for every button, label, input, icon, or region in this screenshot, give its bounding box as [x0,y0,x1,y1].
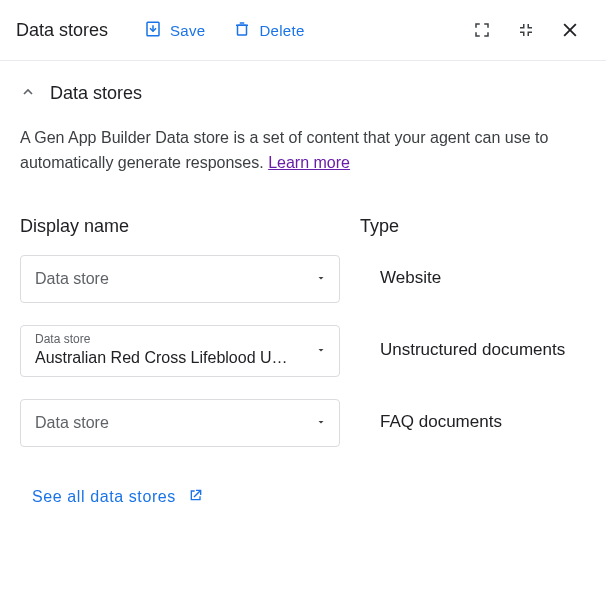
select-placeholder: Data store [35,414,109,432]
display-name-heading: Display name [20,216,129,236]
select-value: Australian Red Cross Lifeblood U… [35,349,299,367]
panel-title: Data stores [16,20,108,41]
save-button-label: Save [170,22,205,39]
select-floating-label: Data store [35,332,90,346]
type-heading: Type [360,216,399,236]
data-store-select[interactable]: Data store [20,399,340,447]
section-description: A Gen App Builder Data store is a set of… [0,110,606,188]
svg-rect-1 [238,25,247,35]
type-label: Unstructured documents [360,339,586,362]
learn-more-link[interactable]: Learn more [268,154,350,171]
data-store-row: Data store Website [20,255,586,303]
see-all-link[interactable]: See all data stores [32,487,204,507]
section-header[interactable]: Data stores [0,61,606,110]
caret-down-icon [315,271,327,287]
section-title: Data stores [50,83,142,104]
chevron-up-icon [20,84,36,103]
panel-header: Data stores Save Delete [0,0,606,61]
data-store-rows: Data store Website Data store Australian… [0,255,606,447]
caret-down-icon [315,415,327,431]
delete-button-label: Delete [259,22,304,39]
save-button[interactable]: Save [134,14,215,47]
data-store-select[interactable]: Data store [20,255,340,303]
trash-icon [233,20,251,41]
type-label: Website [360,267,586,290]
type-label: FAQ documents [360,411,586,434]
see-all-label: See all data stores [32,488,176,506]
fullscreen-icon[interactable] [464,12,500,48]
column-headers: Display name Type [0,188,606,255]
caret-down-icon [315,343,327,359]
external-link-icon [188,487,204,507]
exit-fullscreen-icon[interactable] [508,12,544,48]
data-store-select[interactable]: Data store Australian Red Cross Lifebloo… [20,325,340,377]
data-store-row: Data store FAQ documents [20,399,586,447]
save-icon [144,20,162,41]
close-icon[interactable] [552,12,588,48]
footer: See all data stores [0,469,606,525]
delete-button[interactable]: Delete [223,14,314,47]
data-store-row: Data store Australian Red Cross Lifebloo… [20,325,586,377]
select-placeholder: Data store [35,270,109,288]
